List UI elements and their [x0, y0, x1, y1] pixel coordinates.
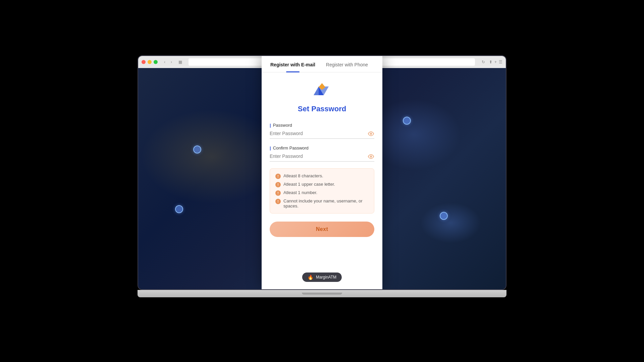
validation-box: ! Atleast 8 characters. ! Atleast 1 uppe… [270, 168, 374, 214]
back-button[interactable]: ‹ [162, 59, 168, 65]
svg-point-4 [370, 133, 372, 135]
confirm-password-toggle-icon[interactable] [368, 153, 374, 160]
validation-icon-noname: ! [275, 199, 281, 204]
validation-item-uppercase: ! Atleast 1 upper case letter. [275, 182, 369, 187]
modal-panel: Register with E-mail Register with Phone [262, 56, 382, 289]
traffic-light-red[interactable] [142, 60, 146, 64]
logo-icon [312, 82, 332, 99]
nav-arrows: ‹ › [162, 59, 174, 65]
forward-button[interactable]: › [168, 59, 174, 65]
traffic-lights [142, 60, 158, 64]
map-pin [440, 212, 448, 220]
validation-item-length: ! Atleast 8 characters. [275, 173, 369, 179]
browser-menu-icon[interactable]: ☰ [499, 60, 502, 64]
laptop-notch [302, 293, 342, 295]
taskbar-app-label: MarginATM [316, 275, 336, 280]
laptop-frame: ‹ › ▦ ↻ ⬆ + ☰ [138, 55, 506, 307]
laptop-base [138, 290, 506, 297]
password-field-group: Password [270, 123, 374, 139]
tab-register-phone[interactable]: Register with Phone [321, 56, 373, 72]
tabs-container: Register with E-mail Register with Phone [262, 56, 382, 72]
browser-share-icon[interactable]: ⬆ [489, 60, 492, 64]
reload-icon[interactable]: ↻ [480, 59, 486, 65]
password-label: Password [270, 123, 374, 128]
password-input-wrapper [270, 130, 374, 139]
browser-actions: ⬆ + ☰ [489, 60, 502, 64]
validation-text-uppercase: Atleast 1 upper case letter. [283, 182, 335, 187]
confirm-password-label: Confirm Password [270, 145, 374, 150]
taskbar-app-icon: 🔥 [308, 275, 313, 280]
validation-icon-number: ! [275, 190, 281, 196]
validation-text-length: Atleast 8 characters. [283, 173, 323, 178]
tab-register-email[interactable]: Register with E-mail [265, 56, 321, 72]
validation-icon-length: ! [275, 174, 281, 179]
modal-content: Set Password Password [262, 72, 382, 247]
confirm-password-field-group: Confirm Password [270, 145, 374, 162]
validation-item-number: ! Atleast 1 number. [275, 190, 369, 196]
svg-marker-0 [314, 86, 319, 95]
password-input[interactable] [270, 131, 374, 136]
validation-text-noname: Cannot include your name, username, or s… [283, 198, 369, 208]
confirm-password-input[interactable] [270, 154, 374, 159]
logo-container [270, 82, 374, 99]
password-toggle-icon[interactable] [368, 130, 374, 137]
laptop-screen: ‹ › ▦ ↻ ⬆ + ☰ [138, 55, 506, 290]
validation-item-noname: ! Cannot include your name, username, or… [275, 198, 369, 208]
next-button[interactable]: Next [270, 222, 374, 237]
validation-icon-uppercase: ! [275, 182, 281, 187]
browser-bookmark-icon[interactable]: + [494, 60, 497, 64]
map-pin [175, 205, 183, 213]
window-grid-button[interactable]: ▦ [177, 59, 183, 65]
traffic-light-green[interactable] [154, 60, 158, 64]
taskbar: 🔥 MarginATM [302, 273, 342, 282]
page-title: Set Password [270, 105, 374, 113]
validation-text-number: Atleast 1 number. [283, 190, 317, 195]
svg-point-5 [370, 156, 372, 158]
traffic-light-yellow[interactable] [148, 60, 152, 64]
confirm-password-input-wrapper [270, 153, 374, 162]
